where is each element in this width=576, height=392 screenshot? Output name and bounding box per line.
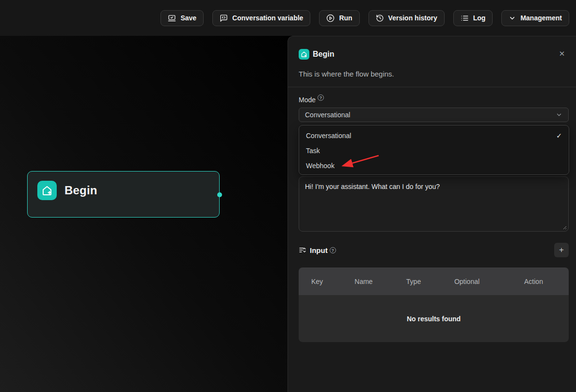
add-input-button[interactable]: + xyxy=(554,243,569,257)
agent-flow-editor: Save Conversation variable Run Version h… xyxy=(0,0,576,392)
log-button-label: Log xyxy=(473,14,486,22)
option-label: Task xyxy=(306,147,562,155)
input-section-label: Input xyxy=(310,246,328,254)
house-plus-icon xyxy=(37,181,57,200)
input-section-header: Input? + xyxy=(299,243,569,257)
column-header-type: Type xyxy=(392,278,435,285)
save-button-label: Save xyxy=(180,14,196,22)
option-label: Webhook xyxy=(306,162,562,170)
node-output-handle[interactable] xyxy=(217,192,222,197)
run-button-label: Run xyxy=(339,14,352,22)
panel-title: Begin xyxy=(313,50,334,59)
mode-label-text: Mode xyxy=(299,96,316,104)
begin-node-title: Begin xyxy=(64,184,97,197)
mode-label: Mode? xyxy=(299,94,324,104)
laptop-check-icon xyxy=(168,14,176,22)
empty-state-text: No results found xyxy=(407,315,461,323)
conversation-variable-button-label: Conversation variable xyxy=(232,14,303,22)
begin-config-panel: Begin ✕ This is where the flow begins. M… xyxy=(288,36,576,392)
mode-dropdown: Conversational ✓ Task Webhook xyxy=(299,125,569,175)
log-button[interactable]: Log xyxy=(453,10,493,26)
mode-select[interactable]: Conversational xyxy=(299,108,569,122)
input-table: Key Name Type Optional Action No results… xyxy=(299,267,569,342)
list-icon xyxy=(461,14,469,22)
run-button[interactable]: Run xyxy=(319,10,359,26)
history-icon xyxy=(376,14,384,22)
begin-node[interactable]: Begin xyxy=(27,171,220,218)
column-header-action: Action xyxy=(498,278,569,285)
help-icon: ? xyxy=(330,247,336,253)
message-square-code-icon xyxy=(220,14,228,22)
mode-option-webhook[interactable]: Webhook xyxy=(299,158,569,173)
input-table-header: Key Name Type Optional Action xyxy=(299,267,569,295)
chevron-down-icon xyxy=(556,111,562,118)
chevron-down-icon xyxy=(509,15,516,22)
close-icon[interactable]: ✕ xyxy=(556,48,568,60)
version-history-button-label: Version history xyxy=(388,14,437,22)
management-button-label: Management xyxy=(520,14,562,22)
save-button[interactable]: Save xyxy=(160,10,204,26)
input-table-empty-state: No results found xyxy=(299,295,569,342)
column-header-name: Name xyxy=(336,278,392,285)
help-icon: ? xyxy=(318,94,324,101)
flow-canvas[interactable]: Begin xyxy=(0,36,288,392)
mode-option-task[interactable]: Task xyxy=(299,143,569,158)
opening-greeting-textarea[interactable]: Hi! I'm your assistant. What can I do fo… xyxy=(299,176,569,232)
panel-divider xyxy=(288,87,576,87)
mode-select-value: Conversational xyxy=(305,111,556,119)
mode-option-conversational[interactable]: Conversational ✓ xyxy=(299,128,569,143)
panel-description: This is where the flow begins. xyxy=(299,70,394,78)
column-header-key: Key xyxy=(299,278,336,285)
version-history-button[interactable]: Version history xyxy=(368,10,445,26)
top-toolbar: Save Conversation variable Run Version h… xyxy=(0,0,576,36)
list-sort-icon xyxy=(299,246,306,254)
check-icon: ✓ xyxy=(556,132,562,140)
option-label: Conversational xyxy=(306,132,556,140)
circle-play-icon xyxy=(326,14,335,22)
house-icon xyxy=(299,49,309,60)
column-header-optional: Optional xyxy=(435,278,498,285)
management-button[interactable]: Management xyxy=(501,10,569,26)
conversation-variable-button[interactable]: Conversation variable xyxy=(212,10,310,26)
